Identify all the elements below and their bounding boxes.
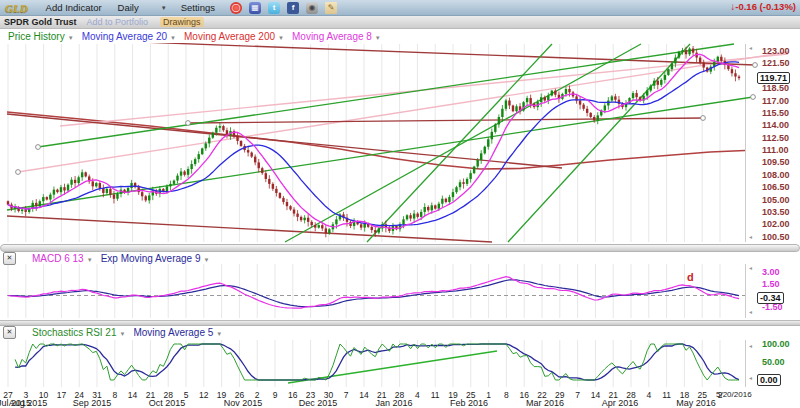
- indicator-stoch-ma[interactable]: Moving Average 5▼: [133, 327, 222, 338]
- trendline[interactable]: [188, 118, 703, 123]
- price-axis-label: 103.50: [762, 207, 790, 217]
- date-tick: 14: [128, 390, 137, 400]
- trendline-handle[interactable]: [753, 63, 758, 68]
- ma8-line: [8, 54, 739, 228]
- axis-scroll-arrow: ◂: [749, 374, 752, 381]
- notes-icon[interactable]: ✎: [325, 2, 337, 14]
- indicator-stoch-rsi[interactable]: Stochastics RSI 21▼: [32, 327, 125, 338]
- price-axis-label: 108.00: [762, 170, 790, 180]
- price-axis-label: 117.00: [762, 96, 789, 106]
- indicator-macd-signal[interactable]: Exp Moving Average 9▼: [101, 253, 210, 264]
- stoch-pane-header: ✕ Stochastics RSI 21▼ Moving Average 5▼: [0, 326, 760, 339]
- chevron-down-icon[interactable]: ▼: [216, 331, 222, 337]
- date-tick: 8: [112, 390, 117, 400]
- app-logo: GLD: [5, 2, 28, 14]
- date-tick: 2: [718, 390, 723, 400]
- indicator-ma200[interactable]: Moving Average 200▼: [184, 31, 284, 42]
- indicator-macd[interactable]: MACD 6 13▼: [32, 253, 93, 264]
- chart-h-scrollbar[interactable]: [0, 244, 800, 252]
- security-bar: SPDR Gold Trust Add to Portfolio Drawing…: [0, 16, 800, 29]
- date-tick: 11: [662, 390, 671, 400]
- macd-line: [8, 277, 739, 309]
- month-label: Apr 2016: [602, 398, 639, 408]
- library-icon[interactable]: ▦: [249, 2, 261, 14]
- trendline-handle[interactable]: [751, 95, 756, 100]
- macd-signal-line: [8, 280, 739, 307]
- month-label: Nov 2015: [224, 398, 263, 408]
- date-tick: 12: [199, 390, 208, 400]
- price-axis-label: 115.50: [762, 108, 789, 118]
- stoch-value-box: 0.00: [757, 374, 781, 386]
- price-axis-label: 123.00: [762, 46, 790, 56]
- date-tick: 11: [431, 390, 440, 400]
- period-caret-icon[interactable]: ▼: [161, 5, 167, 11]
- price-change: ↓-0.16 (-0.13%): [730, 1, 796, 12]
- date-tick: 8: [504, 390, 509, 400]
- text-annotation-d[interactable]: d: [687, 271, 694, 283]
- trendline-handle[interactable]: [701, 116, 706, 121]
- toolbar: GLD Add Indicator Daily ▼ Settings ◯ ▦ t…: [0, 0, 800, 16]
- macd-pane-header: ✕ MACD 6 13▼ Exp Moving Average 9▼: [0, 252, 760, 264]
- date-tick: 4: [415, 390, 420, 400]
- price-axis-label: 118.50: [762, 83, 789, 93]
- indicator-ma20[interactable]: Moving Average 20▼: [82, 31, 176, 42]
- close-macd-button[interactable]: ✕: [3, 252, 16, 265]
- close-stoch-button[interactable]: ✕: [3, 326, 16, 339]
- stoch-axis-label: 50.00: [762, 357, 785, 367]
- month-label: Aug 2015: [9, 398, 48, 408]
- date-tick: 4: [646, 390, 651, 400]
- date-tick: 16: [288, 390, 297, 400]
- chevron-down-icon[interactable]: ▼: [68, 35, 74, 41]
- facebook-icon[interactable]: f: [287, 2, 299, 14]
- stoch-axis-label: 100.00: [762, 339, 790, 349]
- last-price-box: 119.71: [757, 72, 790, 84]
- month-label: Dec 2015: [299, 398, 338, 408]
- date-tick: 14: [359, 390, 368, 400]
- month-label: Sep 2015: [73, 398, 112, 408]
- chart-canvas[interactable]: [0, 0, 800, 408]
- stoch-rsi-line: [15, 344, 739, 380]
- month-label: Mar 2016: [526, 398, 564, 408]
- stoch-trendline[interactable]: [288, 351, 497, 383]
- camera-icon[interactable]: ◉: [306, 2, 318, 14]
- candlestick-series: [7, 46, 740, 237]
- month-label: Feb 2016: [450, 398, 488, 408]
- chevron-down-icon[interactable]: ▼: [170, 35, 176, 41]
- chevron-down-icon[interactable]: ▼: [119, 331, 125, 337]
- date-tick: 9: [273, 390, 278, 400]
- price-axis-label: 121.50: [762, 58, 790, 68]
- axis-scroll-arrow: ◂: [749, 264, 752, 271]
- price-axis-label: 106.50: [762, 182, 790, 192]
- trendline-handle[interactable]: [36, 145, 41, 150]
- month-label: May 2016: [676, 398, 716, 408]
- chevron-down-icon[interactable]: ▼: [278, 35, 284, 41]
- price-axis-label: 111.00: [762, 145, 789, 155]
- indicator-price-history[interactable]: Price History▼: [8, 31, 74, 42]
- add-to-portfolio-link[interactable]: Add to Portfolio: [87, 17, 149, 27]
- axis-scroll-arrow: ◂: [749, 233, 752, 240]
- add-indicator-button[interactable]: Add Indicator: [38, 2, 110, 13]
- indicator-ma8[interactable]: Moving Average 8▼: [292, 31, 381, 42]
- trendline-handle[interactable]: [16, 170, 21, 175]
- twitter-icon[interactable]: t: [268, 2, 280, 14]
- trendline[interactable]: [285, 44, 641, 242]
- settings-button[interactable]: Settings: [173, 2, 223, 13]
- macd-axis-label: 1.50: [762, 279, 780, 289]
- alerts-icon[interactable]: ◯: [230, 2, 242, 14]
- trendline[interactable]: [18, 52, 788, 172]
- period-select[interactable]: Daily: [110, 2, 147, 13]
- security-name: SPDR Gold Trust: [4, 17, 77, 27]
- drawings-button[interactable]: Drawings: [160, 17, 204, 27]
- price-pane-header: Price History▼ Moving Average 20▼ Moving…: [0, 29, 760, 43]
- date-tick: 17: [57, 390, 66, 400]
- chevron-down-icon[interactable]: ▼: [204, 257, 210, 263]
- date-tick: 7: [575, 390, 580, 400]
- trendline[interactable]: [38, 44, 734, 147]
- month-label: Jan 2016: [375, 398, 412, 408]
- trendline-handle[interactable]: [186, 121, 191, 126]
- trendline[interactable]: [7, 97, 753, 210]
- charting-app: GLD Add Indicator Daily ▼ Settings ◯ ▦ t…: [0, 0, 800, 408]
- ma20-line: [8, 62, 739, 226]
- chevron-down-icon[interactable]: ▼: [375, 35, 381, 41]
- chevron-down-icon[interactable]: ▼: [87, 257, 93, 263]
